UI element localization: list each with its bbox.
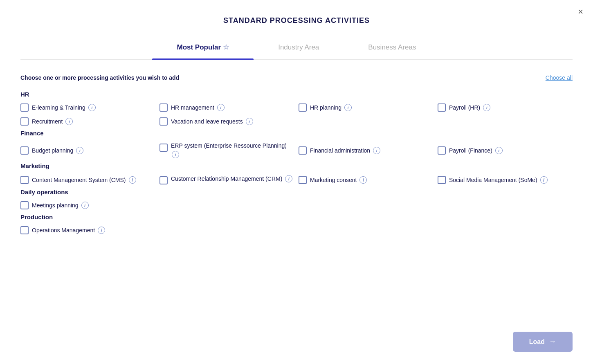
choose-all-button[interactable]: Choose all bbox=[546, 74, 573, 81]
section-production: Production Operations Management i bbox=[20, 213, 573, 234]
info-icon[interactable]: i bbox=[98, 227, 105, 234]
list-item: HR management i bbox=[159, 103, 294, 112]
load-button[interactable]: Load → bbox=[513, 332, 573, 352]
mkt-consent-label: Marketing consent bbox=[310, 177, 357, 183]
list-item: ERP system (Enterprise Ressource Plannin… bbox=[159, 142, 294, 158]
info-icon[interactable]: i bbox=[483, 104, 490, 111]
budget-checkbox[interactable] bbox=[20, 146, 29, 155]
section-production-title: Production bbox=[20, 213, 573, 220]
vacation-label: Vacation and leave requests bbox=[171, 118, 243, 125]
tab-business-areas-label: Business Areas bbox=[368, 43, 416, 51]
elearning-checkbox[interactable] bbox=[20, 103, 29, 112]
info-icon[interactable]: i bbox=[540, 176, 548, 184]
vacation-checkbox[interactable] bbox=[159, 117, 168, 126]
info-icon[interactable]: i bbox=[129, 176, 136, 184]
list-item: Operations Management i bbox=[20, 226, 155, 234]
hr-mgmt-checkbox[interactable] bbox=[159, 103, 168, 112]
info-icon[interactable]: i bbox=[495, 147, 503, 154]
modal-title: STANDARD PROCESSING ACTIVITIES bbox=[20, 16, 573, 25]
social-media-checkbox[interactable] bbox=[438, 176, 446, 184]
section-marketing-title: Marketing bbox=[20, 162, 573, 169]
recruitment-label: Recruitment bbox=[32, 118, 63, 125]
marketing-items-grid: Content Management System (CMS) i Custom… bbox=[20, 175, 573, 184]
payroll-fin-label: Payroll (Finance) bbox=[449, 147, 492, 154]
payroll-fin-checkbox[interactable] bbox=[438, 146, 446, 155]
elearning-label: E-learning & Training bbox=[32, 104, 85, 111]
info-icon[interactable]: i bbox=[359, 176, 367, 184]
section-marketing: Marketing Content Management System (CMS… bbox=[20, 162, 573, 184]
fin-admin-label: Financial administration bbox=[310, 147, 370, 154]
tab-industry-area-label: Industry Area bbox=[278, 43, 319, 51]
ops-mgmt-checkbox[interactable] bbox=[20, 226, 29, 234]
list-item: HR planning i bbox=[299, 103, 434, 112]
info-icon[interactable]: i bbox=[217, 104, 225, 111]
mkt-consent-checkbox[interactable] bbox=[299, 176, 307, 184]
arrow-right-icon: → bbox=[549, 337, 556, 346]
ops-mgmt-label: Operations Management bbox=[32, 227, 95, 234]
list-item: E-learning & Training i bbox=[20, 103, 155, 112]
list-item: Marketing consent i bbox=[299, 175, 434, 184]
section-finance-title: Finance bbox=[20, 130, 573, 137]
list-item: Vacation and leave requests i bbox=[159, 117, 294, 126]
hr-planning-checkbox[interactable] bbox=[299, 103, 307, 112]
hr-planning-label: HR planning bbox=[310, 104, 341, 111]
social-media-label: Social Media Management (SoMe) bbox=[449, 177, 537, 183]
info-icon[interactable]: i bbox=[76, 147, 83, 154]
info-icon[interactable]: i bbox=[246, 118, 253, 125]
list-item: Payroll (HR) i bbox=[438, 103, 573, 112]
star-icon: ☆ bbox=[223, 43, 229, 51]
tab-most-popular[interactable]: Most Popular☆ bbox=[152, 38, 254, 59]
list-item: Content Management System (CMS) i bbox=[20, 175, 155, 184]
recruitment-checkbox[interactable] bbox=[20, 117, 29, 126]
list-item: Customer Relationship Management (CRM) i bbox=[159, 175, 294, 184]
cms-label: Content Management System (CMS) bbox=[32, 177, 126, 183]
hr-mgmt-label: HR management bbox=[171, 104, 214, 111]
tab-business-areas[interactable]: Business Areas bbox=[344, 38, 440, 59]
section-daily-ops-title: Daily operations bbox=[20, 189, 573, 195]
modal: × STANDARD PROCESSING ACTIVITIES Most Po… bbox=[0, 0, 593, 364]
info-icon[interactable]: i bbox=[285, 175, 292, 182]
info-icon[interactable]: i bbox=[373, 147, 380, 154]
info-icon[interactable]: i bbox=[88, 104, 96, 111]
list-item: Meetings planning i bbox=[20, 201, 155, 209]
daily-ops-items-grid: Meetings planning i bbox=[20, 201, 573, 209]
load-label: Load bbox=[529, 338, 545, 346]
info-icon[interactable]: i bbox=[344, 104, 352, 111]
meetings-label: Meetings planning bbox=[32, 202, 79, 209]
list-item: Recruitment i bbox=[20, 117, 155, 126]
crm-checkbox[interactable] bbox=[159, 176, 168, 184]
payroll-hr-checkbox[interactable] bbox=[438, 103, 446, 112]
section-hr: HR E-learning & Training i HR management… bbox=[20, 91, 573, 126]
budget-label: Budget planning bbox=[32, 147, 73, 154]
info-icon[interactable]: i bbox=[81, 202, 89, 209]
fin-admin-checkbox[interactable] bbox=[299, 146, 307, 155]
section-daily-ops: Daily operations Meetings planning i bbox=[20, 189, 573, 209]
close-button[interactable]: × bbox=[578, 7, 583, 16]
tab-most-popular-label: Most Popular bbox=[177, 43, 221, 51]
list-item: Payroll (Finance) i bbox=[438, 142, 573, 158]
tabs-bar: Most Popular☆ Industry Area Business Are… bbox=[20, 38, 573, 60]
info-icon[interactable]: i bbox=[172, 151, 179, 158]
content-header: Choose one or more processing activities… bbox=[20, 74, 573, 81]
list-item: Social Media Management (SoMe) i bbox=[438, 175, 573, 184]
info-icon[interactable]: i bbox=[65, 118, 73, 125]
payroll-hr-label: Payroll (HR) bbox=[449, 104, 480, 111]
erp-label: ERP system (Enterprise Ressource Plannin… bbox=[171, 142, 287, 149]
production-items-grid: Operations Management i bbox=[20, 226, 573, 234]
finance-items-grid: Budget planning i ERP system (Enterprise… bbox=[20, 142, 573, 158]
section-hr-title: HR bbox=[20, 91, 573, 98]
cms-checkbox[interactable] bbox=[20, 176, 29, 184]
tab-industry-area[interactable]: Industry Area bbox=[254, 38, 344, 59]
erp-checkbox[interactable] bbox=[159, 144, 168, 152]
instruction-text: Choose one or more processing activities… bbox=[20, 74, 179, 81]
section-finance: Finance Budget planning i ERP system (En… bbox=[20, 130, 573, 158]
crm-label: Customer Relationship Management (CRM) bbox=[171, 175, 282, 182]
hr-items-grid: E-learning & Training i HR management i … bbox=[20, 103, 573, 126]
list-item: Budget planning i bbox=[20, 142, 155, 158]
list-item: Financial administration i bbox=[299, 142, 434, 158]
meetings-checkbox[interactable] bbox=[20, 201, 29, 209]
